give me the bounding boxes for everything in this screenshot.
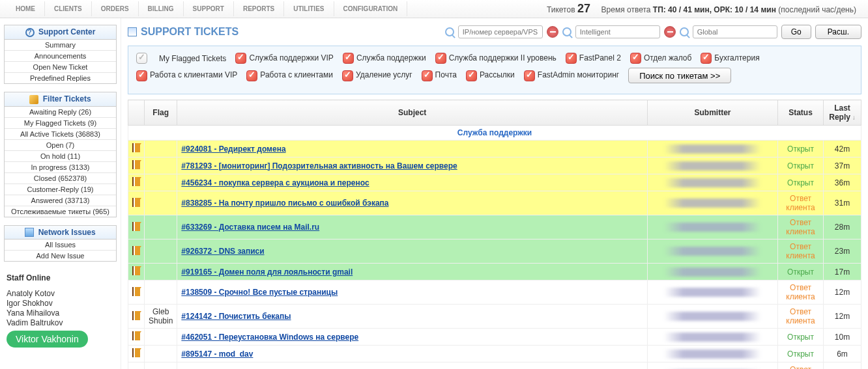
flag-icon[interactable] xyxy=(132,222,140,231)
submitter-blurred xyxy=(664,333,762,342)
ticket-link[interactable]: #924081 - Редирект домена xyxy=(181,144,285,154)
flag-cell xyxy=(145,239,177,264)
ticket-link[interactable]: #838285 - На почту пришло письмо с ошибк… xyxy=(181,198,388,208)
checkbox-icon[interactable] xyxy=(342,70,353,81)
page-title: SUPPORT TICKETS xyxy=(128,26,239,38)
submitter-blurred xyxy=(664,223,762,232)
extended-search-button[interactable]: Расш. xyxy=(815,25,861,39)
flag-icon[interactable] xyxy=(132,287,140,296)
flag-icon[interactable] xyxy=(132,198,140,207)
go-button[interactable]: Go xyxy=(781,25,811,39)
ticket-row[interactable]: #919165 - Домен поля для лояльности gmai… xyxy=(128,264,861,280)
sidebar-item[interactable]: All Issues xyxy=(5,239,116,251)
flag-cell xyxy=(145,329,177,346)
ticket-row[interactable]: #462051 - Переустановка Windows на серве… xyxy=(128,329,861,346)
ticket-row[interactable]: #456234 - покупка сервера с аукциона и п… xyxy=(128,174,861,191)
sidebar-item[interactable]: All Active Tickets (36883) xyxy=(5,129,116,140)
sidebar-item[interactable]: Open New Ticket xyxy=(5,62,116,73)
nav-tab[interactable]: ORDERS xyxy=(92,1,139,16)
flag-cell xyxy=(145,362,177,370)
search-ip-input[interactable] xyxy=(458,25,543,38)
checkbox-icon[interactable] xyxy=(235,53,246,64)
nav-tab[interactable]: REPORTS xyxy=(234,1,284,16)
sidebar-item[interactable]: Add New Issue xyxy=(5,251,116,261)
ticket-row[interactable]: #895147 - mod_davОткрыт6m xyxy=(128,346,861,362)
ticket-row[interactable]: #633269 - Доставка писем на Mail.ruОтвет… xyxy=(128,215,861,239)
flag-icon[interactable] xyxy=(132,266,140,275)
search-global-input[interactable] xyxy=(693,25,777,38)
nav-tab[interactable]: BILLING xyxy=(139,1,184,16)
sidebar-item[interactable]: Predefined Replies xyxy=(5,73,116,83)
ticket-link[interactable]: #124142 - Почистить бекапы xyxy=(181,312,291,321)
th-last-reply[interactable]: Last Reply xyxy=(824,100,861,126)
network-icon xyxy=(25,228,34,237)
ticket-link[interactable]: #456234 - покупка сервера с аукциона и п… xyxy=(181,178,369,187)
search-icon xyxy=(562,27,571,36)
nav-tab[interactable]: SUPPORT xyxy=(184,1,234,16)
category-header: Служба поддержки xyxy=(128,126,861,141)
nav-tab[interactable]: CONFIGURATION xyxy=(334,1,408,16)
sidebar-item[interactable]: On hold (11) xyxy=(5,151,116,162)
sidebar-item[interactable]: Announcements xyxy=(5,51,116,62)
flag-icon[interactable] xyxy=(132,143,140,152)
nav-tab[interactable]: CLIENTS xyxy=(45,1,92,16)
flag-icon[interactable] xyxy=(132,348,140,357)
flag-icon[interactable] xyxy=(132,331,140,340)
flag-icon[interactable] xyxy=(132,160,140,169)
search-intelligent-input[interactable] xyxy=(575,25,660,38)
last-reply-cell: 12m xyxy=(824,305,861,329)
ticket-row[interactable]: #066445 - [AbuseID:2B8349:22]: Жалоба на… xyxy=(128,362,861,370)
th-subject[interactable]: Subject xyxy=(177,100,648,126)
flag-icon[interactable] xyxy=(132,177,140,186)
ticket-row[interactable]: #138509 - Срочно! Все пустые страницыОтв… xyxy=(128,280,861,305)
ticket-link[interactable]: #138509 - Срочно! Все пустые страницы xyxy=(181,288,338,297)
ticket-row[interactable]: #924081 - Редирект доменаОткрыт42m xyxy=(128,141,861,157)
ticket-link[interactable]: #633269 - Доставка писем на Mail.ru xyxy=(181,223,319,232)
sidebar-item[interactable]: Customer-Reply (19) xyxy=(5,184,116,195)
th-submitter[interactable]: Submitter xyxy=(648,100,778,126)
search-tickets-button[interactable]: Поиск по тикетам >> xyxy=(628,68,731,83)
clear-button-1[interactable] xyxy=(547,26,558,38)
checkbox-icon[interactable] xyxy=(343,53,354,64)
sidebar-item[interactable]: Answered (33713) xyxy=(5,195,116,206)
nav-tab[interactable]: UTILITIES xyxy=(284,1,334,16)
sidebar-item[interactable]: Отслеживаемые тикеты (965) xyxy=(5,206,116,217)
ticket-row[interactable]: #838285 - На почту пришло письмо с ошибк… xyxy=(128,191,861,215)
th-flag[interactable]: Flag xyxy=(145,100,177,126)
ticket-link[interactable]: #919165 - Домен поля для лояльности gmai… xyxy=(181,267,353,277)
checkbox-icon[interactable] xyxy=(566,53,577,64)
sidebar-item[interactable]: My Flagged Tickets (9) xyxy=(5,118,116,129)
sidebar-item[interactable]: In progress (3133) xyxy=(5,162,116,173)
search-icon xyxy=(680,27,689,36)
submitter-blurred xyxy=(664,198,762,208)
ticket-row[interactable]: Gleb Shubin#124142 - Почистить бекапыОтв… xyxy=(128,305,861,329)
sidebar-item[interactable]: Awaiting Reply (26) xyxy=(5,107,116,118)
checkbox-icon[interactable] xyxy=(524,70,535,81)
sidebar-item[interactable]: Closed (652378) xyxy=(5,173,116,184)
checkbox-icon[interactable] xyxy=(630,53,641,64)
sidebar-item[interactable]: Open (7) xyxy=(5,140,116,151)
sidebar-item[interactable]: Summary xyxy=(5,40,116,51)
th-status[interactable]: Status xyxy=(778,100,824,126)
checkbox-icon[interactable] xyxy=(136,53,147,64)
checkbox-icon[interactable] xyxy=(136,70,147,81)
ticket-row[interactable]: #781293 - [мониторинг] Подозрительная ак… xyxy=(128,157,861,174)
filter-label: Служба поддержки II уровень xyxy=(449,53,557,62)
ticket-row[interactable]: #926372 - DNS записиОтвет клиента23m xyxy=(128,239,861,264)
status-cell: Ответ клиента xyxy=(778,215,824,239)
ticket-link[interactable]: #462051 - Переустановка Windows на серве… xyxy=(181,333,358,342)
checkbox-icon[interactable] xyxy=(435,53,446,64)
flag-icon[interactable] xyxy=(132,311,140,320)
ticket-link[interactable]: #895147 - mod_dav xyxy=(181,349,253,359)
checkbox-icon[interactable] xyxy=(422,70,433,81)
ticket-link[interactable]: #781293 - [мониторинг] Подозрительная ак… xyxy=(181,161,457,171)
clear-button-2[interactable] xyxy=(664,26,676,38)
last-reply-cell: 12m xyxy=(824,280,861,305)
flag-icon[interactable] xyxy=(132,246,140,255)
checkbox-icon[interactable] xyxy=(701,53,712,64)
nav-tab[interactable]: HOME xyxy=(7,1,45,16)
ticket-link[interactable]: #926372 - DNS записи xyxy=(181,247,264,256)
checkbox-icon[interactable] xyxy=(466,70,477,81)
checkbox-icon[interactable] xyxy=(246,70,257,81)
staff-badge-active: Viktor Vakhonin xyxy=(7,331,88,348)
